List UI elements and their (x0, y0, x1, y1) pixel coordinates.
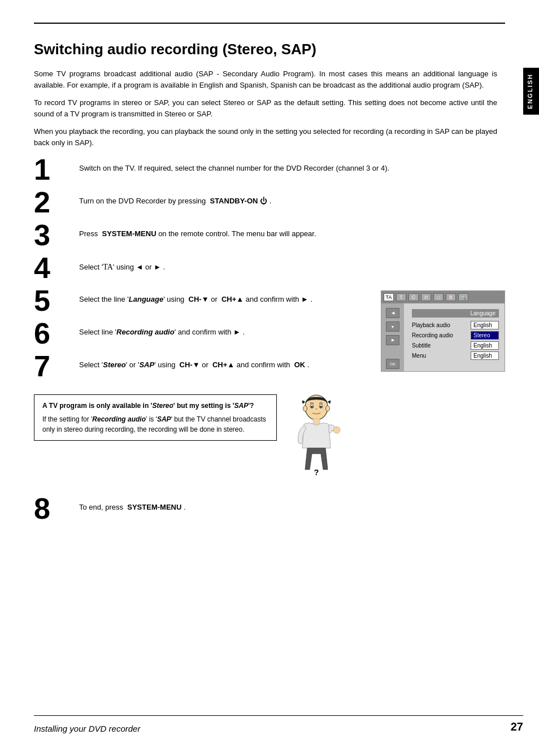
step-text-5: Select the line 'Language' using CH-▼ or… (79, 290, 370, 305)
menu-body: ◀ ▼ ▶ OK Language Playback audio English (381, 303, 505, 371)
svg-point-3 (311, 406, 313, 408)
svg-point-8 (333, 427, 340, 433)
info-character-row: A TV program is only available in 'Stere… (34, 389, 370, 479)
step-number-8: 8 (34, 494, 68, 523)
menu-icon-timer: ⏱ (421, 293, 431, 301)
menu-row-playback: Playback audio English (412, 321, 499, 329)
footer-left-text: Installing your DVD recorder (34, 724, 140, 733)
step-text-2: Turn on the DVD Recorder by pressing STA… (79, 192, 505, 207)
steps-container: 1 Switch on the TV. If required, select … (34, 159, 505, 523)
menu-icon-ta: TA (384, 293, 394, 301)
menu-btn-1: ◀ (386, 308, 399, 318)
menu-row-subtitle: Subtitle English (412, 341, 499, 350)
intro-paragraph-2: To record TV programs in stereo or SAP, … (34, 97, 497, 119)
menu-icon-search: 🔍 (458, 293, 468, 301)
step-number-7: 7 (34, 351, 68, 381)
step-number-6: 6 (34, 319, 68, 348)
step-6: 6 Select line 'Recording audio' and conf… (34, 323, 370, 348)
menu-label-recording: Recording audio (412, 332, 471, 338)
menu-row-recording: Recording audio Stereo (412, 331, 499, 340)
step-3: 3 Press SYSTEM-MENU on the remote contro… (34, 225, 505, 250)
svg-point-5 (303, 406, 307, 411)
menu-row-menu: Menu English (412, 351, 499, 360)
menu-icon-b: B (446, 293, 456, 301)
step-1: 1 Switch on the TV. If required, select … (34, 159, 505, 184)
step-2: 2 Turn on the DVD Recorder by pressing S… (34, 192, 505, 217)
menu-value-menu: English (471, 351, 499, 360)
footer-page-number: 27 (511, 720, 523, 733)
step-number-2: 2 (34, 188, 68, 217)
menu-label-subtitle: Subtitle (412, 342, 471, 349)
menu-btn-3: ▶ (386, 335, 399, 345)
step-number-3: 3 (34, 220, 68, 250)
menu-value-recording: Stereo (471, 331, 499, 340)
menu-btn-2: ▼ (386, 321, 399, 332)
step-text-3: Press SYSTEM-MENU on the remote control.… (79, 225, 505, 240)
svg-rect-7 (313, 419, 320, 424)
steps-5-7-left: 5 Select the line 'Language' using CH-▼ … (34, 290, 370, 490)
step-text-1: Switch on the TV. If required, select th… (79, 159, 505, 174)
top-border (34, 23, 505, 24)
svg-point-4 (320, 406, 322, 408)
menu-btn-4: OK (386, 359, 399, 369)
menu-screenshot: TA T C ⏱ □ B 🔍 ◀ ▼ ▶ (381, 290, 505, 372)
svg-text:?: ? (314, 468, 319, 476)
page-title: Switching audio recording (Stereo, SAP) (34, 41, 505, 58)
menu-top-bar: TA T C ⏱ □ B 🔍 (381, 291, 505, 303)
menu-icon-c: C (408, 293, 419, 301)
menu-icon-box: □ (433, 293, 444, 301)
footer: Installing your DVD recorder 27 (34, 715, 523, 733)
intro-paragraph-1: Some TV programs broadcast additional au… (34, 68, 497, 90)
menu-label-playback: Playback audio (412, 322, 471, 328)
menu-value-subtitle: English (471, 341, 499, 350)
info-question: A TV program is only available in 'Stere… (42, 401, 268, 411)
english-sidebar: ENGLISH (523, 68, 539, 115)
step-number-1: 1 (34, 155, 68, 184)
steps-5-7-area: 5 Select the line 'Language' using CH-▼ … (34, 290, 505, 490)
info-answer: If the setting for 'Recording audio' is … (42, 414, 268, 435)
step-7: 7 Select 'Stereo' or 'SAP' using CH-▼ or… (34, 356, 370, 381)
step-5: 5 Select the line 'Language' using CH-▼ … (34, 290, 370, 315)
character-illustration: ? (282, 389, 350, 479)
step-text-4: Select 'TA' using ◄ or ► . (79, 258, 505, 273)
menu-value-playback: English (471, 321, 499, 329)
intro-paragraph-3: When you playback the recording, you can… (34, 126, 497, 148)
info-box: A TV program is only available in 'Stere… (34, 394, 277, 441)
step-text-7: Select 'Stereo' or 'SAP' using CH-▼ or C… (79, 356, 370, 371)
menu-label-menu: Menu (412, 353, 471, 359)
menu-icon-t: T (396, 293, 406, 301)
menu-title: Language (412, 309, 499, 318)
step-text-8: To end, press SYSTEM-MENU . (79, 498, 505, 513)
step-text-6: Select line 'Recording audio' and confir… (79, 323, 370, 338)
step-8: 8 To end, press SYSTEM-MENU . (34, 498, 505, 523)
step-number-5: 5 (34, 286, 68, 315)
svg-point-6 (326, 406, 330, 411)
step-number-4: 4 (34, 253, 68, 283)
menu-left-panel: ◀ ▼ ▶ OK (381, 303, 404, 371)
menu-content-area: Language Playback audio English Recordin… (410, 307, 501, 368)
step-4: 4 Select 'TA' using ◄ or ► . (34, 258, 505, 283)
